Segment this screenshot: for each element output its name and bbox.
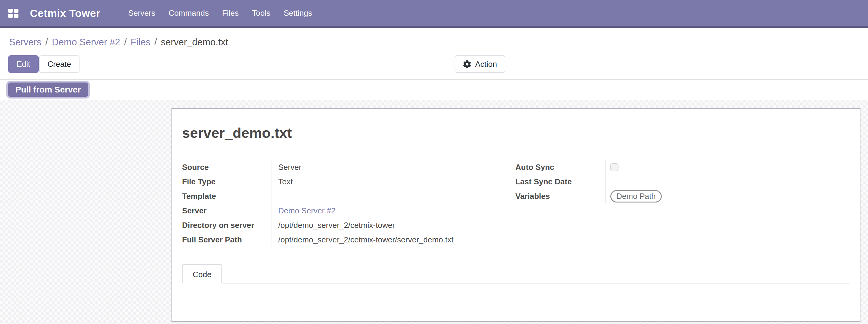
field-row-last-sync-date: Last Sync Date bbox=[515, 174, 850, 189]
field-value-directory: /opt/demo_server_2/cetmix-tower bbox=[272, 218, 515, 232]
field-value-auto-sync bbox=[606, 160, 850, 174]
field-row-template: Template bbox=[182, 189, 515, 203]
field-label-template: Template bbox=[182, 189, 272, 203]
field-row-variables: Variables Demo Path bbox=[515, 189, 850, 203]
edit-button[interactable]: Edit bbox=[8, 55, 39, 73]
pull-from-server-button[interactable]: Pull from Server bbox=[8, 83, 88, 97]
variable-tag-demo-path: Demo Path bbox=[610, 190, 662, 202]
action-menu-button[interactable]: Action bbox=[455, 55, 505, 73]
form-fields: Source Server File Type Text Template Se… bbox=[182, 160, 850, 247]
field-row-full-server-path: Full Server Path /opt/demo_server_2/cetm… bbox=[182, 232, 515, 247]
breadcrumb-separator: / bbox=[154, 37, 157, 48]
field-row-file-type: File Type Text bbox=[182, 174, 515, 189]
field-row-server: Server Demo Server #2 bbox=[182, 203, 515, 218]
field-label-last-sync-date: Last Sync Date bbox=[515, 174, 606, 189]
breadcrumb-current-record: server_demo.txt bbox=[161, 37, 228, 48]
field-label-auto-sync: Auto Sync bbox=[515, 160, 606, 174]
brand-title[interactable]: Cetmix Tower bbox=[30, 7, 100, 19]
field-value-source: Server bbox=[272, 160, 515, 174]
menu-item-tools[interactable]: Tools bbox=[245, 0, 277, 26]
field-label-file-type: File Type bbox=[182, 174, 272, 189]
field-label-full-server-path: Full Server Path bbox=[182, 232, 272, 247]
form-view-background: server_demo.txt Source Server File Type … bbox=[0, 100, 868, 324]
field-label-server: Server bbox=[182, 203, 272, 218]
record-title: server_demo.txt bbox=[182, 125, 850, 141]
field-label-source: Source bbox=[182, 160, 272, 174]
menu-item-servers[interactable]: Servers bbox=[122, 0, 162, 26]
status-bar: Pull from Server bbox=[0, 79, 868, 100]
action-button-label: Action bbox=[475, 60, 497, 69]
apps-grid-icon[interactable] bbox=[8, 9, 19, 18]
field-value-server-link[interactable]: Demo Server #2 bbox=[272, 203, 515, 218]
menu-item-files[interactable]: Files bbox=[215, 0, 245, 26]
breadcrumb-row: Servers / Demo Server #2 / Files / serve… bbox=[0, 29, 868, 55]
tab-bar: Code bbox=[182, 264, 850, 284]
form-group-right: Auto Sync Last Sync Date Variables Demo … bbox=[515, 160, 850, 247]
top-navbar: Cetmix Tower Servers Commands Files Tool… bbox=[0, 0, 868, 28]
gear-icon bbox=[463, 60, 471, 68]
breadcrumb-separator: / bbox=[45, 37, 48, 48]
field-row-source: Source Server bbox=[182, 160, 515, 174]
breadcrumb-servers[interactable]: Servers bbox=[9, 37, 41, 48]
auto-sync-checkbox bbox=[610, 163, 619, 171]
field-row-directory: Directory on server /opt/demo_server_2/c… bbox=[182, 218, 515, 232]
main-menu: Servers Commands Files Tools Settings bbox=[122, 0, 319, 26]
menu-item-settings[interactable]: Settings bbox=[277, 0, 319, 26]
field-value-last-sync-date bbox=[606, 174, 850, 189]
notebook: Code bbox=[182, 264, 850, 284]
field-value-variables: Demo Path bbox=[606, 189, 850, 203]
field-row-auto-sync: Auto Sync bbox=[515, 160, 850, 174]
record-sheet: server_demo.txt Source Server File Type … bbox=[172, 108, 861, 322]
tab-code[interactable]: Code bbox=[182, 264, 222, 284]
app-window: Cetmix Tower Servers Commands Files Tool… bbox=[0, 0, 868, 324]
breadcrumb-demo-server-2[interactable]: Demo Server #2 bbox=[52, 37, 120, 48]
field-value-template bbox=[272, 189, 515, 203]
breadcrumb-separator: / bbox=[124, 37, 127, 48]
create-button[interactable]: Create bbox=[39, 55, 80, 73]
field-label-variables: Variables bbox=[515, 189, 606, 203]
form-group-left: Source Server File Type Text Template Se… bbox=[182, 160, 515, 247]
breadcrumb-files[interactable]: Files bbox=[131, 37, 150, 48]
field-value-full-server-path: /opt/demo_server_2/cetmix-tower/server_d… bbox=[272, 232, 515, 247]
breadcrumb: Servers / Demo Server #2 / Files / serve… bbox=[9, 37, 228, 48]
field-label-directory: Directory on server bbox=[182, 218, 272, 232]
field-value-file-type: Text bbox=[272, 174, 515, 189]
menu-item-commands[interactable]: Commands bbox=[162, 0, 215, 26]
control-panel: Edit Create Action bbox=[0, 55, 868, 79]
